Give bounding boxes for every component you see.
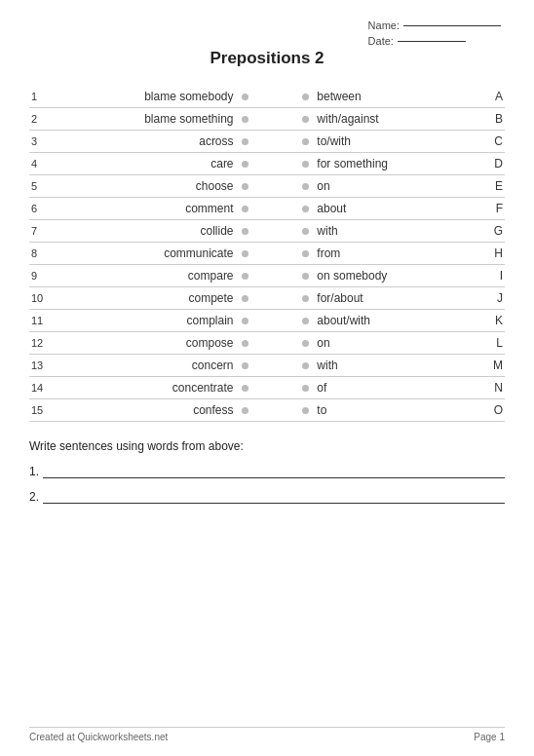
write-line: 1. [29,463,505,478]
right-word: with/against [315,108,479,131]
left-word: compose [57,332,235,355]
table-row: 10 compete for/about J [29,287,505,310]
right-dot [296,399,316,422]
row-num: 5 [29,175,57,198]
right-word: with [315,220,479,243]
right-letter: K [480,310,505,332]
write-underline [43,463,505,478]
right-word: for something [315,153,479,175]
left-word: concern [57,355,235,377]
table-row: 7 collide with G [29,220,505,243]
right-word: on [315,332,479,355]
left-word: across [57,131,235,153]
row-num: 4 [29,153,57,175]
left-word: compete [57,287,235,310]
row-num: 2 [29,108,57,131]
table-row: 13 concern with M [29,355,505,377]
name-label: Name: [368,19,400,31]
right-word: on [315,175,479,198]
footer-right: Page 1 [474,732,505,742]
write-section: Write sentences using words from above: … [29,439,505,504]
right-letter: N [480,377,505,399]
right-dot [296,108,316,131]
right-dot [296,377,316,399]
page-title: Prepositions 2 [29,49,505,68]
write-line-num: 1. [29,465,39,478]
right-word: of [315,377,479,399]
row-num: 14 [29,377,57,399]
right-letter: J [480,287,505,310]
left-dot [236,175,255,198]
table-row: 8 communicate from H [29,243,505,265]
left-dot [236,220,255,243]
right-letter: F [480,198,505,220]
left-word: collide [57,220,235,243]
left-dot [236,377,255,399]
right-letter: D [480,153,505,175]
table-row: 6 comment about F [29,198,505,220]
right-letter: C [480,131,505,153]
row-num: 12 [29,332,57,355]
left-dot [236,198,255,220]
left-word: confess [57,399,235,422]
write-instruction: Write sentences using words from above: [29,439,505,453]
right-dot [296,153,316,175]
write-line: 2. [29,488,505,504]
row-num: 7 [29,220,57,243]
write-line-num: 2. [29,490,39,504]
right-word: to [315,399,479,422]
name-line: Name: [368,19,505,31]
right-dot [296,332,316,355]
right-letter: L [480,332,505,355]
row-num: 1 [29,86,57,108]
date-line: Date: [368,35,505,47]
table-row: 4 care for something D [29,153,505,175]
row-num: 9 [29,265,57,287]
row-num: 15 [29,399,57,422]
right-dot [296,355,316,377]
left-dot [236,399,255,422]
matching-table: 1 blame somebody between A 2 blame somet… [29,86,505,422]
right-word: about [315,198,479,220]
right-dot [296,220,316,243]
left-dot [236,355,255,377]
right-word: for/about [315,287,479,310]
write-underline [43,488,505,504]
footer: Created at Quickworksheets.net Page 1 [29,727,505,742]
left-word: blame somebody [57,86,235,108]
right-dot [296,131,316,153]
left-dot [236,310,255,332]
row-num: 13 [29,355,57,377]
right-dot [296,243,316,265]
row-num: 11 [29,310,57,332]
left-dot [236,131,255,153]
right-letter: H [480,243,505,265]
right-word: to/with [315,131,479,153]
left-dot [236,108,255,131]
left-word: communicate [57,243,235,265]
table-row: 12 compose on L [29,332,505,355]
row-num: 3 [29,131,57,153]
left-dot [236,86,255,108]
right-word: with [315,355,479,377]
right-word: between [315,86,479,108]
right-letter: B [480,108,505,131]
table-row: 14 concentrate of N [29,377,505,399]
page: Name: Date: Prepositions 2 1 blame someb… [0,0,534,756]
date-underline [398,41,466,42]
right-letter: A [480,86,505,108]
left-dot [236,332,255,355]
left-dot [236,265,255,287]
table-row: 9 compare on somebody I [29,265,505,287]
table-row: 3 across to/with C [29,131,505,153]
table-row: 1 blame somebody between A [29,86,505,108]
name-underline [403,25,501,26]
right-dot [296,310,316,332]
right-word: from [315,243,479,265]
left-word: compare [57,265,235,287]
left-dot [236,287,255,310]
right-word: about/with [315,310,479,332]
right-letter: E [480,175,505,198]
table-row: 5 choose on E [29,175,505,198]
right-dot [296,198,316,220]
